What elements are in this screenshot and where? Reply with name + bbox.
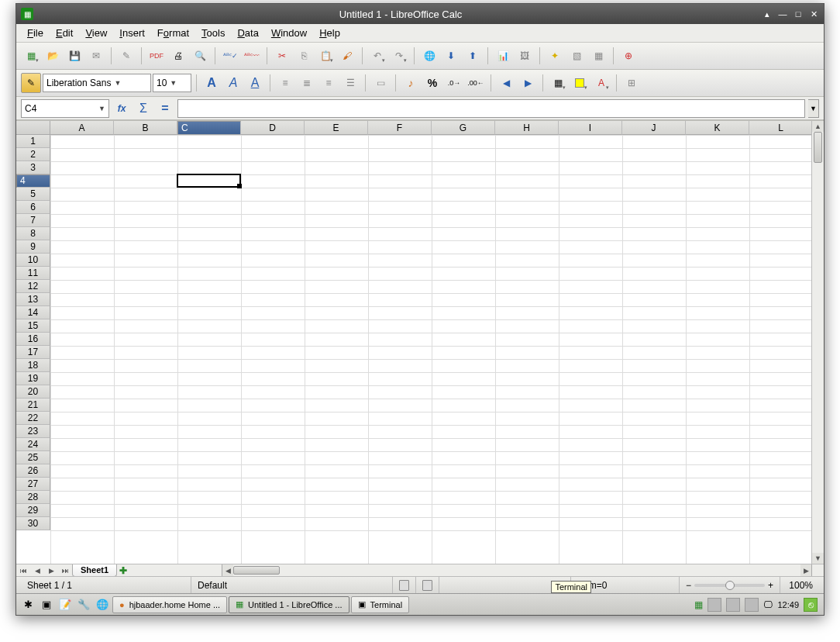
row-header[interactable]: 8 xyxy=(16,227,50,240)
ql-editor-icon[interactable]: 📝 xyxy=(57,596,74,613)
gallery-button[interactable]: 🖼 xyxy=(515,46,535,66)
start-button[interactable]: ✱ xyxy=(19,596,36,613)
scroll-up-arrow[interactable]: ▲ xyxy=(812,121,824,132)
save-button[interactable]: 💾 xyxy=(64,46,84,66)
hscroll-thumb[interactable] xyxy=(233,566,280,575)
sum-button[interactable]: Σ xyxy=(134,99,153,118)
vertical-scrollbar[interactable]: ▲ ▼ xyxy=(811,121,824,564)
zoom-track[interactable] xyxy=(694,584,765,587)
equals-button[interactable]: = xyxy=(156,99,174,118)
column-header[interactable]: C xyxy=(177,121,241,135)
menu-help[interactable]: Help xyxy=(313,26,346,40)
row-header[interactable]: 14 xyxy=(16,306,50,319)
column-header[interactable]: B xyxy=(114,121,177,135)
row-header[interactable]: 19 xyxy=(16,372,50,385)
fill-handle[interactable] xyxy=(237,184,242,188)
background-color-button[interactable] xyxy=(570,73,590,93)
styles-button[interactable]: ✎ xyxy=(21,73,41,93)
zoom-out-icon[interactable]: − xyxy=(686,580,691,591)
row-header[interactable]: 10 xyxy=(16,254,50,267)
status-insert-mode[interactable] xyxy=(393,577,416,593)
paste-button[interactable]: 📋 xyxy=(315,46,336,66)
row-header[interactable]: 21 xyxy=(16,399,50,412)
underline-button[interactable]: A xyxy=(245,73,265,93)
vscroll-thumb[interactable] xyxy=(814,132,822,163)
selected-cell[interactable] xyxy=(177,174,241,188)
extension-button[interactable]: ✦ xyxy=(545,46,565,66)
name-box[interactable]: C4▼ xyxy=(21,99,109,118)
navigator-button[interactable]: ▧ xyxy=(566,46,587,66)
ql-terminal-icon[interactable]: ▣ xyxy=(38,596,55,613)
menu-tools[interactable]: Tools xyxy=(195,26,231,40)
remove-decimal-button[interactable]: .00← xyxy=(466,73,486,93)
auto-spellcheck-button[interactable]: ᴬᴮᶜ〰 xyxy=(242,46,262,66)
rollup-button[interactable]: ▴ xyxy=(762,9,773,19)
row-header[interactable]: 11 xyxy=(16,267,50,280)
zoom-thumb[interactable] xyxy=(725,581,735,590)
redo-button[interactable]: ↷ xyxy=(389,46,409,66)
status-zoom[interactable]: 100% xyxy=(780,577,819,593)
row-header[interactable]: 7 xyxy=(16,214,50,227)
formula-expand-button[interactable]: ▼ xyxy=(808,99,819,118)
menu-edit[interactable]: Edit xyxy=(50,26,79,40)
function-wizard-button[interactable]: fx xyxy=(112,99,131,118)
row-header[interactable]: 24 xyxy=(16,438,50,451)
font-name-select[interactable]: Liberation Sans▼ xyxy=(43,74,151,92)
scroll-down-arrow[interactable]: ▼ xyxy=(812,553,824,564)
sheet-tab[interactable]: Sheet1 xyxy=(72,564,117,576)
menu-format[interactable]: Format xyxy=(151,26,195,40)
grid-button[interactable]: ⊞ xyxy=(621,73,642,93)
tray-clock[interactable]: 12:49 xyxy=(777,600,799,609)
row-header[interactable]: 26 xyxy=(16,464,50,478)
add-decimal-button[interactable]: .0→ xyxy=(444,73,464,93)
font-size-select[interactable]: 10▼ xyxy=(153,74,191,92)
column-header[interactable]: K xyxy=(686,121,749,135)
task-terminal[interactable]: ▣Terminal xyxy=(351,596,410,613)
spellcheck-button[interactable]: ᴬᴮᶜ✓ xyxy=(220,46,240,66)
menu-file[interactable]: File xyxy=(21,26,50,40)
tray-desktop-icon[interactable]: 🖵 xyxy=(763,599,773,610)
status-selection-mode[interactable] xyxy=(416,577,439,593)
row-header[interactable]: 15 xyxy=(16,319,50,333)
cells-viewport[interactable] xyxy=(50,135,811,564)
align-center-button[interactable]: ≣ xyxy=(297,73,317,93)
row-header[interactable]: 25 xyxy=(16,451,50,464)
cut-button[interactable]: ✂ xyxy=(272,46,292,66)
task-home[interactable]: ●hjbaader.home Home ... xyxy=(112,596,227,613)
column-header[interactable]: F xyxy=(368,121,432,135)
italic-button[interactable]: A xyxy=(223,73,243,93)
sort-asc-button[interactable]: ⬇ xyxy=(441,46,461,66)
undo-button[interactable]: ↶ xyxy=(367,46,387,66)
column-header[interactable]: J xyxy=(622,121,686,135)
row-header[interactable]: 17 xyxy=(16,346,50,359)
hyperlink-button[interactable]: 🌐 xyxy=(419,46,439,66)
scroll-right-arrow[interactable]: ▶ xyxy=(800,564,811,576)
row-header[interactable]: 6 xyxy=(16,201,50,214)
decrease-indent-button[interactable]: ◀ xyxy=(496,73,516,93)
tray-slot[interactable] xyxy=(726,598,740,612)
align-right-button[interactable]: ≡ xyxy=(318,73,339,93)
row-header[interactable]: 16 xyxy=(16,333,50,346)
add-sheet-button[interactable]: ✚ xyxy=(117,564,129,576)
row-header[interactable]: 1 xyxy=(16,135,50,148)
scroll-left-arrow[interactable]: ◀ xyxy=(222,564,233,576)
font-color-button[interactable]: A xyxy=(591,73,611,93)
row-header[interactable]: 22 xyxy=(16,412,50,425)
column-header[interactable]: A xyxy=(50,121,114,135)
row-header[interactable]: 12 xyxy=(16,280,50,293)
menu-data[interactable]: Data xyxy=(231,26,264,40)
maximize-button[interactable]: □ xyxy=(793,9,804,19)
currency-button[interactable]: ♪ xyxy=(401,73,421,93)
row-header[interactable]: 30 xyxy=(16,517,50,530)
ql-web-icon[interactable]: 🌐 xyxy=(94,596,111,613)
select-all-corner[interactable] xyxy=(16,121,50,135)
insert-chart-button[interactable]: 📊 xyxy=(493,46,513,66)
row-header[interactable]: 29 xyxy=(16,504,50,517)
row-header[interactable]: 20 xyxy=(16,385,50,399)
print-button[interactable]: 🖨 xyxy=(168,46,188,66)
column-header[interactable]: H xyxy=(495,121,559,135)
column-header[interactable]: I xyxy=(559,121,622,135)
row-header[interactable]: 3 xyxy=(16,161,50,174)
copy-button[interactable]: ⎘ xyxy=(294,46,314,66)
tray-logout-button[interactable]: ⎋ xyxy=(804,598,818,612)
